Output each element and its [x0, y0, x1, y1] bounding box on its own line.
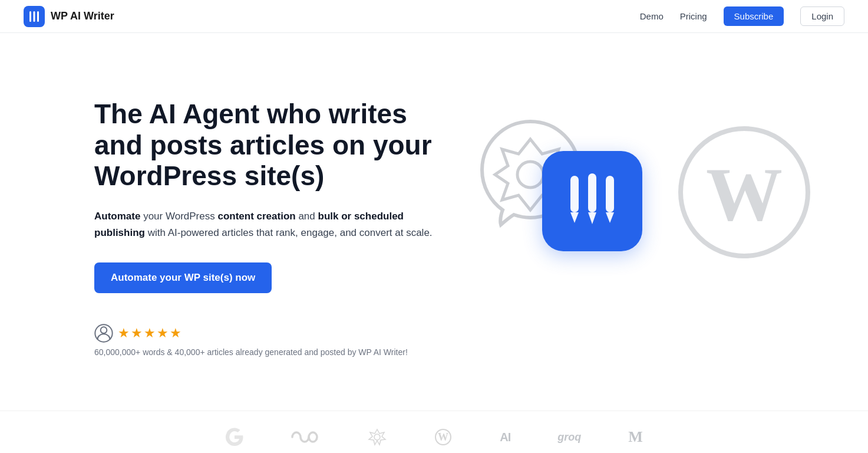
social-proof-text: 60,000,000+ words & 40,000+ articles alr…: [94, 347, 436, 357]
hero-subtitle: Automate your WordPress content creation…: [94, 208, 436, 241]
nav-links: Demo Pricing Subscribe Login: [640, 6, 844, 26]
social-proof: ★ ★ ★ ★ ★ 60,000,000+ words & 40,000+ ar…: [94, 324, 436, 357]
brand-name: WP AI Writer: [51, 10, 114, 22]
svg-marker-13: [606, 212, 614, 223]
cta-button[interactable]: Automate your WP site(s) now: [94, 262, 272, 293]
avatar-icon: [94, 324, 113, 343]
svg-marker-9: [570, 212, 579, 223]
svg-rect-2: [37, 11, 39, 22]
brand-openai: [368, 428, 387, 447]
hero-section: The AI Agent who writes and posts articl…: [0, 33, 868, 411]
brand-anthropic: AI: [500, 431, 510, 444]
navbar: WP AI Writer Demo Pricing Subscribe Logi…: [0, 0, 868, 33]
svg-point-14: [374, 434, 380, 440]
hero-automate: Automate: [94, 211, 140, 222]
nav-link-demo[interactable]: Demo: [640, 11, 664, 21]
hero-content-creation: content creation: [217, 211, 295, 222]
app-icon: [542, 151, 642, 251]
nav-logo[interactable]: WP AI Writer: [24, 6, 114, 27]
brands-section: W AI groq M: [0, 411, 868, 453]
svg-point-5: [517, 162, 543, 188]
svg-rect-8: [570, 176, 579, 212]
logo-icon: [24, 6, 45, 27]
svg-rect-10: [588, 173, 596, 212]
star-rating: ★ ★ ★ ★ ★: [118, 326, 181, 341]
hero-content: The AI Agent who writes and posts articl…: [94, 99, 436, 357]
brand-groq: groq: [557, 431, 581, 444]
brand-meta: [291, 431, 321, 444]
brand-google: [225, 428, 244, 447]
svg-marker-11: [588, 212, 596, 224]
login-button[interactable]: Login: [800, 6, 844, 26]
hero-title: The AI Agent who writes and posts articl…: [94, 99, 436, 192]
brand-wordpress: W: [434, 428, 453, 447]
svg-text:W: W: [438, 431, 448, 443]
star-1: ★: [118, 326, 130, 341]
stars-row: ★ ★ ★ ★ ★: [94, 324, 436, 343]
svg-text:W: W: [706, 152, 783, 237]
brand-gemini: M: [628, 428, 643, 446]
star-5: ★: [170, 326, 181, 341]
svg-rect-0: [29, 11, 31, 22]
wordpress-deco: W: [674, 122, 815, 263]
nav-link-pricing[interactable]: Pricing: [680, 11, 707, 21]
hero-illustration: W: [460, 104, 821, 352]
hero-text-3: with AI-powered articles that rank, enga…: [148, 227, 433, 238]
star-3: ★: [144, 326, 156, 341]
svg-rect-12: [606, 176, 614, 212]
star-2: ★: [131, 326, 143, 341]
svg-point-3: [101, 327, 107, 334]
svg-rect-1: [34, 11, 35, 22]
hero-text-2: and: [298, 211, 318, 222]
subscribe-button[interactable]: Subscribe: [724, 6, 784, 26]
hero-text-1: your WordPress: [143, 211, 217, 222]
star-4: ★: [157, 326, 169, 341]
